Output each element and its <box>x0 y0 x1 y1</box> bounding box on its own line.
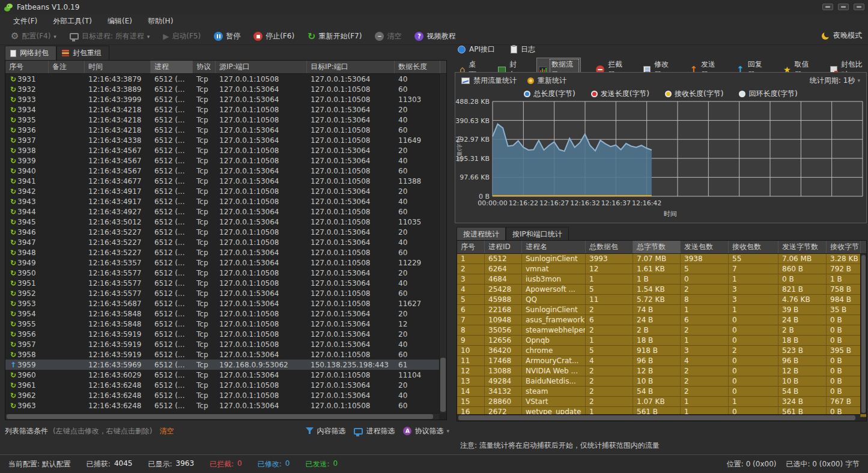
stats-row[interactable]: 710948asus_framework624 B6024 B0 B <box>457 315 866 325</box>
packet-row[interactable]: ↻393212:16:43:38896512 (...Tcp127.0.0.1:… <box>5 84 446 94</box>
column-header[interactable]: 序号 <box>457 241 485 253</box>
column-header[interactable]: 时间 <box>85 61 151 73</box>
disable-traffic-stats-button[interactable]: 禁用流量统计 <box>461 76 517 86</box>
packet-row[interactable]: ↻393112:16:43:38796512 (...Tcp127.0.0.1:… <box>5 74 446 84</box>
stats-row[interactable]: 16512SunloginClient39937.07 MB3938557.06… <box>457 254 866 264</box>
restart-stats-button[interactable]: 重新统计 <box>527 76 566 86</box>
target-process-button[interactable]: 目标进程: 所有进程▾ <box>67 30 152 43</box>
column-header[interactable]: 总字节数 <box>633 241 681 253</box>
column-header[interactable]: 接收包数 <box>729 241 778 253</box>
packet-row[interactable]: ↻393312:16:43:39996512 (...Tcp127.0.0.1:… <box>5 94 446 104</box>
packet-table-vertical-scrollbar[interactable] <box>439 74 446 413</box>
stats-row[interactable]: 835056steamwebhelper22 B202 B0 B <box>457 325 866 336</box>
packet-row[interactable]: ↻395712:16:43:59196512 (...Tcp127.0.0.1:… <box>5 339 446 349</box>
column-header[interactable]: 接收字节 <box>827 241 861 253</box>
stats-row[interactable]: 1036420chrome5918 B32523 B395 B <box>457 346 866 356</box>
packet-row[interactable]: ↻394112:16:43:46776512 (...Tcp127.0.0.1:… <box>5 176 446 186</box>
packet-row[interactable]: ↻394512:16:43:50126512 (...Tcp127.0.0.1:… <box>5 217 446 227</box>
content-filter-button[interactable]: 内容筛选 <box>306 426 345 436</box>
column-header[interactable]: 发送字节数 <box>778 241 827 253</box>
process-filter-button[interactable]: 进程筛选 <box>354 426 395 436</box>
column-header[interactable]: 源IP:端口 <box>216 61 307 73</box>
stats-row[interactable]: 545988QQ115.72 KB834.76 KB984 B <box>457 295 866 305</box>
scrollbar-thumb[interactable] <box>7 414 433 419</box>
log-button[interactable]: 日志 <box>511 44 535 55</box>
packet-row[interactable]: ↻394412:16:43:49276512 (...Tcp127.0.0.1:… <box>5 206 446 217</box>
column-header[interactable]: 目标IP:端口 <box>307 61 395 73</box>
stats-row[interactable]: 622168SunloginClient274 B1139 B35 B <box>457 305 866 315</box>
packet-row[interactable]: ↑395912:16:43:59696512 (...Tcp192.168.0.… <box>5 360 446 370</box>
maximize-button[interactable] <box>838 4 849 10</box>
night-mode-toggle[interactable]: 夜晚模式 <box>821 31 862 41</box>
close-button[interactable] <box>854 4 864 10</box>
packet-row[interactable]: ↻395312:16:43:56876512 (...Tcp127.0.0.1:… <box>5 298 446 309</box>
video-tutorial-button[interactable]: ?视频教程 <box>412 30 458 43</box>
protocol-filter-button[interactable]: A协议筛选▾ <box>403 426 449 436</box>
config-button[interactable]: ⚙配置(F4)▾ <box>8 30 59 43</box>
packet-row[interactable]: ↻395812:16:43:59196512 (...Tcp127.0.0.1:… <box>5 349 446 360</box>
column-header[interactable]: 数据长度 <box>395 61 440 73</box>
start-button[interactable]: ▶启动(F5) <box>160 30 203 43</box>
scrollbar-thumb[interactable] <box>861 255 866 413</box>
packet-row[interactable]: ↻393512:16:43:42186512 (...Tcp127.0.0.1:… <box>5 115 446 125</box>
packet-row[interactable]: ↻396012:16:43:60296512 (...Tcp127.0.0.1:… <box>5 370 446 380</box>
stats-row[interactable]: 1117468ArmouryCrat...496 B4096 B0 B <box>457 356 866 366</box>
packet-row[interactable]: ↻396312:16:43:62486512 (...Tcp127.0.0.1:… <box>5 400 446 411</box>
api-button[interactable]: API接口 <box>458 44 495 55</box>
packet-row[interactable]: ↻396212:16:43:62486512 (...Tcp127.0.0.1:… <box>5 390 446 400</box>
packet-row[interactable]: ↻395612:16:43:59196512 (...Tcp127.0.0.1:… <box>5 329 446 339</box>
legend-item[interactable]: 发送长度(字节) <box>591 89 649 99</box>
stat-period-dropdown[interactable]: 统计周期:1秒▾ <box>810 76 860 86</box>
column-header[interactable]: 序号 <box>5 61 49 73</box>
menu-item[interactable]: 文件(F) <box>13 16 37 26</box>
legend-item[interactable]: 总长度(字节) <box>524 89 575 99</box>
packet-row[interactable]: ↻394012:16:43:45676512 (...Tcp127.0.0.1:… <box>5 166 446 176</box>
packet-row[interactable]: ↻394312:16:43:49176512 (...Tcp127.0.0.1:… <box>5 196 446 206</box>
column-header[interactable]: 进程名 <box>522 241 586 253</box>
legend-item[interactable]: 回环长度(字节) <box>739 89 797 99</box>
stop-button[interactable]: 停止(F6) <box>251 30 297 43</box>
column-header[interactable]: 进程 <box>151 61 193 73</box>
scrollbar-thumb[interactable] <box>458 415 855 420</box>
restart-button[interactable]: ↻重新开始(F7) <box>305 30 364 43</box>
column-header[interactable]: 进程ID <box>485 241 522 253</box>
packet-row[interactable]: ↻396112:16:43:62486512 (...Tcp127.0.0.1:… <box>5 380 446 390</box>
tab-network-packets[interactable]: 网络封包 <box>5 46 56 61</box>
packet-row[interactable]: ↻395012:16:43:55776512 (...Tcp127.0.0.1:… <box>5 268 446 278</box>
stats-row[interactable]: 1434132steam254 B2054 B0 B <box>457 387 866 397</box>
packet-row[interactable]: ↻394812:16:43:52276512 (...Tcp127.0.0.1:… <box>5 247 446 258</box>
packet-row[interactable]: ↻395412:16:43:58486512 (...Tcp127.0.0.1:… <box>5 309 446 319</box>
packet-row[interactable]: ↻394612:16:43:52276512 (...Tcp127.0.0.1:… <box>5 227 446 237</box>
filter-clear-link[interactable]: 清空 <box>159 426 174 436</box>
packet-row[interactable]: ↻394712:16:43:52276512 (...Tcp127.0.0.1:… <box>5 237 446 247</box>
legend-item[interactable]: 接收长度(字节) <box>665 89 723 99</box>
packet-row[interactable]: ↻395112:16:43:55776512 (...Tcp127.0.0.1:… <box>5 278 446 288</box>
packet-row[interactable]: ↻393712:16:43:43386512 (...Tcp127.0.0.1:… <box>5 135 446 145</box>
stats-table-horizontal-scrollbar[interactable] <box>457 414 860 421</box>
packet-row[interactable]: ↻393412:16:43:42186512 (...Tcp127.0.0.1:… <box>5 104 446 115</box>
packet-table-horizontal-scrollbar[interactable] <box>5 413 439 420</box>
column-header[interactable]: 总数据包 <box>586 241 633 253</box>
stats-row[interactable]: 1213088NVIDIA Web ...212 B2012 B0 B <box>457 366 866 376</box>
stats-row[interactable]: 1528860VStart21.07 KB11324 B767 B <box>457 397 866 407</box>
column-header[interactable]: 备注 <box>49 61 85 73</box>
packet-row[interactable]: ↻394912:16:43:53576512 (...Tcp127.0.0.1:… <box>5 258 446 268</box>
packet-row[interactable]: ↻393812:16:43:45676512 (...Tcp127.0.0.1:… <box>5 145 446 155</box>
stats-row[interactable]: 912656Opnqb118 B1018 B0 B <box>457 336 866 346</box>
stats-row[interactable]: 1349284BaiduNetdis...210 B2010 B0 B <box>457 376 866 387</box>
menu-item[interactable]: 帮助(H) <box>148 16 173 26</box>
column-header[interactable]: 发送包数 <box>681 241 729 253</box>
column-header[interactable]: 协议 <box>193 61 216 73</box>
stats-row[interactable]: 425428Apowersoft ...51.54 KB23821 B758 B <box>457 285 866 295</box>
packet-row[interactable]: ↻395512:16:43:58486512 (...Tcp127.0.0.1:… <box>5 319 446 329</box>
packet-row[interactable]: ↻393612:16:43:42186512 (...Tcp127.0.0.1:… <box>5 125 446 135</box>
pause-button[interactable]: 暂停 <box>211 30 243 43</box>
clear-button[interactable]: −清空 <box>372 30 404 43</box>
packet-row[interactable]: ↻393912:16:43:45676512 (...Tcp127.0.0.1:… <box>5 155 446 166</box>
scrollbar-thumb[interactable] <box>440 358 446 412</box>
stats-row[interactable]: 26264vmnat121.61 KB57860 B792 B <box>457 264 866 274</box>
packet-row[interactable]: ↻394212:16:43:49176512 (...Tcp127.0.0.1:… <box>5 186 446 196</box>
minimize-button[interactable] <box>822 4 833 10</box>
tab-packet-reassembly[interactable]: 封包重组 <box>56 46 109 61</box>
stats-table-vertical-scrollbar[interactable] <box>860 254 866 414</box>
